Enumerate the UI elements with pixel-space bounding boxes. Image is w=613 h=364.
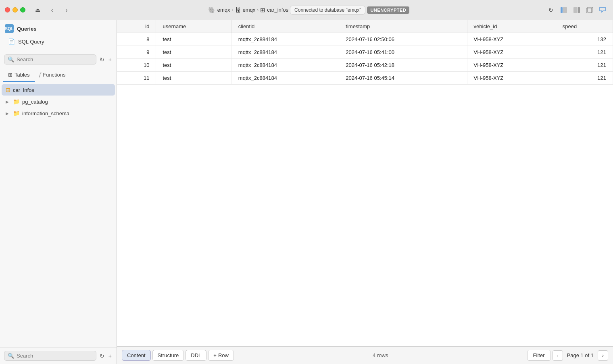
chat-button[interactable] (597, 4, 608, 16)
cell-timestamp-3[interactable]: 2024-07-16 05:45:14 (339, 72, 467, 85)
col-header-id[interactable]: id (117, 20, 156, 33)
cell-clientid-3[interactable]: mqttx_2c884184 (231, 72, 339, 85)
cell-username-3[interactable]: test (156, 72, 231, 85)
breadcrumb-server[interactable]: 🐘 emqx (208, 6, 230, 14)
right-panel-button[interactable] (571, 4, 582, 16)
refresh-sidebar-button[interactable]: ↻ (99, 56, 105, 64)
cell-username-0[interactable]: test (156, 33, 231, 46)
bottom-search-input[interactable] (17, 353, 93, 359)
sidebar-bottom-search: 🔍 ↻ + (0, 347, 117, 364)
filter-label: Filter (533, 352, 545, 358)
tree-item-information-schema[interactable]: ▶ 📁 information_schema (2, 108, 115, 119)
cell-timestamp-0[interactable]: 2024-07-16 02:50:06 (339, 33, 467, 46)
close-button[interactable] (5, 7, 10, 12)
tab-tables[interactable]: ⊞ Tables (3, 68, 35, 82)
breadcrumb: 🐘 emqx › 🗄 emqx › ⊞ car_infos Connected … (75, 6, 542, 15)
cell-speed-0[interactable]: 132 (556, 33, 613, 46)
cell-clientid-1[interactable]: mqttx_2c884184 (231, 46, 339, 59)
add-bottom-button[interactable]: + (108, 352, 113, 360)
refresh-bottom-button[interactable]: ↻ (99, 352, 105, 360)
tab-functions[interactable]: f Functions (35, 68, 71, 82)
pg-catalog-label: pg_catalog (22, 99, 48, 105)
breadcrumb-table[interactable]: ⊞ car_infos (260, 6, 288, 14)
maximize-button[interactable] (20, 7, 25, 12)
table-breadcrumb-icon: ⊞ (260, 6, 265, 14)
data-table-container[interactable]: id username clientid timestamp vehicle_i… (117, 20, 613, 346)
tree-item-car-infos[interactable]: ⊞ car_infos (2, 84, 115, 96)
ddl-tab[interactable]: DDL (186, 350, 206, 361)
cell-timestamp-1[interactable]: 2024-07-16 05:41:00 (339, 46, 467, 59)
col-header-username[interactable]: username (156, 20, 231, 33)
traffic-lights (5, 7, 25, 12)
tables-icon: ⊞ (8, 72, 13, 78)
structure-tab[interactable]: Structure (152, 350, 184, 361)
row-count-text: 4 rows (373, 352, 388, 358)
back-button[interactable]: ‹ (46, 4, 58, 16)
breadcrumb-server-label: emqx (217, 7, 230, 13)
svg-rect-1 (563, 7, 567, 13)
bottom-toolbar: Content Structure DDL + Row 4 rows Filte… (117, 346, 613, 364)
cell-username-2[interactable]: test (156, 59, 231, 72)
cell-id-1[interactable]: 9 (117, 46, 156, 59)
minimize-button[interactable] (13, 7, 18, 12)
col-header-timestamp[interactable]: timestamp (339, 20, 467, 33)
bottom-search-box[interactable]: 🔍 (4, 351, 96, 361)
sidebar: SQL Queries 📄 SQL Query 🔍 ↻ + (0, 20, 117, 364)
cell-vehicle_id-2[interactable]: VH-958-XYZ (467, 59, 556, 72)
col-header-vehicle-id[interactable]: vehicle_id (467, 20, 556, 33)
forward-button[interactable]: › (61, 4, 72, 16)
bottom-search-icon: 🔍 (8, 353, 14, 359)
sidebar-tree: ⊞ car_infos ▶ 📁 pg_catalog ▶ 📁 informati… (0, 82, 117, 347)
table-row[interactable]: 10testmqttx_2c8841842024-07-16 05:42:18V… (117, 59, 613, 72)
add-row-icon: + (213, 352, 217, 358)
svg-rect-0 (561, 7, 563, 13)
top-search-box[interactable]: 🔍 (4, 54, 96, 64)
cell-vehicle_id-1[interactable]: VH-958-XYZ (467, 46, 556, 59)
col-header-speed[interactable]: speed (556, 20, 613, 33)
cell-clientid-0[interactable]: mqttx_2c884184 (231, 33, 339, 46)
cell-id-3[interactable]: 11 (117, 72, 156, 85)
cell-clientid-2[interactable]: mqttx_2c884184 (231, 59, 339, 72)
cell-speed-3[interactable]: 121 (556, 72, 613, 85)
pg-catalog-folder-icon: 📁 (13, 98, 20, 105)
col-header-clientid[interactable]: clientid (231, 20, 339, 33)
pg-catalog-chevron: ▶ (6, 100, 10, 104)
content-tab[interactable]: Content (122, 350, 151, 361)
functions-icon: f (40, 71, 41, 78)
prev-page-button[interactable]: ‹ (553, 350, 563, 361)
table-row[interactable]: 9testmqttx_2c8841842024-07-16 05:41:00VH… (117, 46, 613, 59)
table-header-row: id username clientid timestamp vehicle_i… (117, 20, 613, 33)
search-icon: 🔍 (8, 56, 14, 62)
cell-speed-1[interactable]: 121 (556, 46, 613, 59)
add-item-button[interactable]: + (108, 56, 113, 64)
filter-button[interactable]: Filter (527, 350, 551, 361)
sql-query-item[interactable]: 📄 SQL Query (5, 36, 112, 47)
functions-tab-label: Functions (43, 72, 65, 78)
next-page-button[interactable]: › (598, 350, 608, 361)
refresh-button[interactable]: ↻ (545, 4, 557, 16)
top-search-input[interactable] (17, 56, 93, 62)
tree-item-pg-catalog[interactable]: ▶ 📁 pg_catalog (2, 96, 115, 107)
cell-id-2[interactable]: 10 (117, 59, 156, 72)
sql-file-icon: 📄 (8, 38, 15, 45)
breadcrumb-database[interactable]: 🗄 emqx (235, 6, 256, 13)
tables-tab-label: Tables (15, 72, 30, 78)
add-row-button[interactable]: + Row (208, 350, 234, 361)
titlebar: ⏏ ‹ › 🐘 emqx › 🗄 emqx › ⊞ car_infos Conn… (0, 0, 613, 20)
cell-id-0[interactable]: 8 (117, 33, 156, 46)
cell-timestamp-2[interactable]: 2024-07-16 05:42:18 (339, 59, 467, 72)
table-row[interactable]: 11testmqttx_2c8841842024-07-16 05:45:14V… (117, 72, 613, 85)
table-row[interactable]: 8testmqttx_2c8841842024-07-16 02:50:06VH… (117, 33, 613, 46)
connection-text: Connected to database "emqx" (294, 7, 361, 13)
eject-button[interactable]: ⏏ (32, 4, 43, 16)
cell-vehicle_id-3[interactable]: VH-958-XYZ (467, 72, 556, 85)
main-layout: SQL Queries 📄 SQL Query 🔍 ↻ + (0, 20, 613, 364)
svg-rect-3 (578, 7, 580, 13)
cell-username-1[interactable]: test (156, 46, 231, 59)
queries-label: Queries (17, 26, 36, 32)
sql-query-label: SQL Query (18, 39, 44, 45)
cell-vehicle_id-0[interactable]: VH-958-XYZ (467, 33, 556, 46)
new-window-button[interactable] (584, 4, 595, 16)
sidebar-toggle-button[interactable] (558, 4, 569, 16)
cell-speed-2[interactable]: 121 (556, 59, 613, 72)
